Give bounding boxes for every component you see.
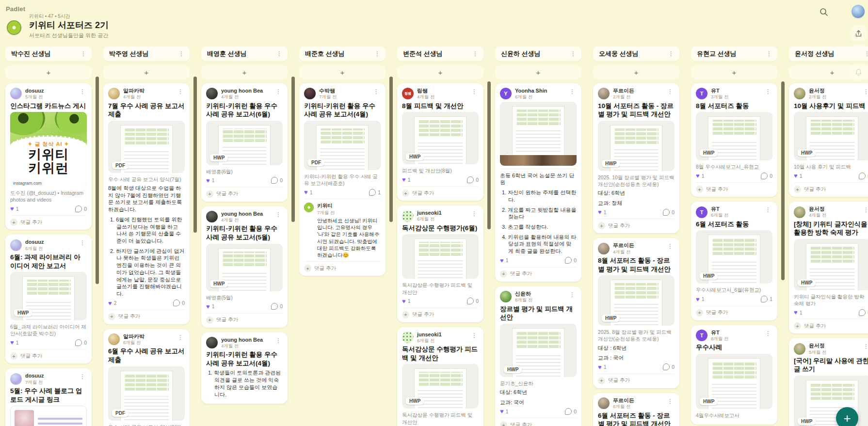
share-icon[interactable]	[850, 25, 867, 42]
post-menu-button[interactable]: ⋮	[176, 333, 185, 341]
add-comment-button[interactable]: +댓글 추가	[500, 267, 577, 278]
post-attachment-document[interactable]: HWP	[696, 230, 772, 284]
post-card[interactable]: 신윤하8개월 전⋮장르별 평가 및 피드백 개선안HWP문기초_신윤하대상: 6…	[495, 286, 581, 426]
heart-icon[interactable]: ♥	[10, 339, 14, 346]
section-scrollbar[interactable]	[389, 77, 393, 222]
add-comment-button[interactable]: +댓글 추가	[10, 349, 87, 360]
post-menu-button[interactable]: ⋮	[862, 88, 868, 95]
comment-count-button[interactable]: 0	[565, 257, 577, 264]
comment-count-button[interactable]: 1	[369, 189, 381, 196]
heart-icon[interactable]: ♥	[206, 177, 210, 184]
heart-icon[interactable]: ♥	[794, 309, 798, 316]
add-comment-button[interactable]: +댓글 추가	[696, 182, 772, 193]
section-menu-button[interactable]: ⋮	[471, 50, 480, 58]
post-menu-button[interactable]: ⋮	[568, 88, 577, 95]
add-comment-button[interactable]: +댓글 추가	[794, 182, 868, 193]
add-comment-button[interactable]: +댓글 추가	[206, 187, 283, 198]
post-menu-button[interactable]: ⋮	[470, 210, 479, 218]
post-card[interactable]: young hoon Bea4개월 전⋮키위티-키위런 활용 우수 사례 공유 …	[201, 83, 288, 202]
comment-count-button[interactable]: 0	[565, 408, 577, 415]
post-attachment-document[interactable]: HWP	[696, 112, 772, 160]
post-attachment-document[interactable]: HWP	[500, 102, 577, 166]
post-menu-button[interactable]: ⋮	[666, 397, 675, 405]
post-menu-button[interactable]: ⋮	[372, 88, 381, 95]
section-add-post-button[interactable]: +	[495, 65, 581, 79]
heart-icon[interactable]: ♥	[10, 205, 14, 212]
section-scrollbar[interactable]	[781, 81, 785, 280]
comment-count-button[interactable]: 0	[271, 177, 283, 184]
post-attachment-document[interactable]: HWP	[794, 112, 868, 160]
add-comment-button[interactable]: +댓글 추가	[598, 374, 675, 384]
heart-icon[interactable]: ♥	[696, 296, 700, 303]
post-card[interactable]: young hoon Bea4개월 전⋮키위티-키위런 활용 우수 사례 공유 …	[201, 332, 288, 404]
post-menu-button[interactable]: ⋮	[78, 88, 87, 95]
add-comment-button[interactable]: +댓글 추가	[794, 319, 868, 330]
add-comment-button[interactable]: +댓글 추가	[696, 306, 772, 316]
post-card[interactable]: 알파카박6개월 전⋮6월 우수 사례 공유 보고서 제출PDF우수 사례 공유 …	[103, 329, 190, 426]
comment-count-button[interactable]: 1	[761, 296, 772, 302]
section-scrollbar[interactable]	[487, 81, 491, 229]
heart-icon[interactable]: ♥	[696, 172, 700, 179]
comment-count-button[interactable]: 0	[75, 339, 87, 346]
section-menu-button[interactable]: ⋮	[79, 50, 88, 58]
section-add-post-button[interactable]: +	[299, 65, 386, 79]
heart-icon[interactable]: ♥	[304, 189, 308, 196]
comment-count-button[interactable]: 0	[75, 205, 87, 212]
post-card[interactable]: T유T8개월 전⋮우수사례HWP4월우수사례보고서	[691, 325, 777, 425]
comment-count-button[interactable]: 0	[467, 298, 479, 304]
post-attachment-document[interactable]: HWP	[696, 354, 772, 409]
comment-count-button[interactable]: 0	[467, 176, 479, 183]
heart-icon[interactable]: ♥	[108, 300, 112, 307]
section-scrollbar[interactable]	[291, 77, 295, 222]
add-post-fab[interactable]: +	[836, 407, 858, 426]
post-card[interactable]: T유T3개월 전⋮8월 서포터즈 활동HWP8월 우수사례보고서_유현교♥10+…	[691, 83, 777, 197]
comment-count-button[interactable]: 0	[859, 309, 868, 316]
post-attachment-document[interactable]: HWP	[206, 121, 283, 165]
post-menu-button[interactable]: ⋮	[274, 211, 283, 219]
add-comment-button[interactable]: +댓글 추가	[304, 261, 381, 272]
post-menu-button[interactable]: ⋮	[666, 242, 675, 250]
post-card[interactable]: 푸르이든6개월 전⋮6월 서포터즈 활동 - 장르별 평가 및 피드백 개선안	[593, 393, 679, 426]
heart-icon[interactable]: ♥	[402, 176, 406, 183]
search-icon[interactable]	[819, 7, 829, 17]
post-attachment-document[interactable]: PDF	[304, 121, 381, 170]
heart-icon[interactable]: ♥	[500, 408, 504, 415]
section-add-post-button[interactable]: +	[397, 65, 483, 79]
section-add-post-button[interactable]: +	[103, 65, 190, 79]
section-menu-button[interactable]: ⋮	[275, 50, 284, 58]
comment-count-button[interactable]: 0	[663, 363, 675, 370]
section-menu-button[interactable]: ⋮	[765, 50, 773, 58]
comment-count-button[interactable]: 0	[859, 173, 868, 179]
post-menu-button[interactable]: ⋮	[274, 88, 283, 95]
post-card[interactable]: dosuuz7개월 전⋮5월: 우수 사례 블로그 업로드 게시글 링크	[5, 368, 92, 426]
comment-count-button[interactable]: 0	[271, 303, 283, 310]
section-menu-button[interactable]: ⋮	[569, 50, 578, 58]
section-menu-button[interactable]: ⋮	[667, 50, 675, 58]
section-add-post-button[interactable]: +	[691, 65, 777, 79]
post-card[interactable]: T유T6개월 전⋮6월 서포터즈 활동HWP우수사례보고서_6월(유현교)♥11…	[691, 202, 777, 320]
section-add-post-button[interactable]: +	[201, 65, 288, 79]
post-card[interactable]: 푸르이든4개월 전⋮8월 서포터즈 활동 - 장르별 평가 및 피드백 개선안H…	[593, 238, 679, 388]
post-menu-button[interactable]: ⋮	[764, 206, 772, 214]
section-add-post-button[interactable]: +	[789, 65, 868, 79]
comment-count-button[interactable]: 0	[761, 173, 772, 179]
section-add-post-button[interactable]: +	[593, 65, 679, 79]
post-menu-button[interactable]: ⋮	[862, 206, 868, 214]
post-menu-button[interactable]: ⋮	[764, 330, 772, 337]
add-comment-button[interactable]: +댓글 추가	[402, 308, 479, 318]
post-menu-button[interactable]: ⋮	[78, 373, 87, 380]
post-attachment-document[interactable]: HWP	[206, 244, 283, 291]
post-attachment-document[interactable]: HWP	[598, 275, 675, 326]
heart-icon[interactable]: ♥	[598, 208, 602, 216]
post-menu-button[interactable]: ⋮	[764, 88, 772, 95]
post-menu-button[interactable]: ⋮	[568, 291, 577, 299]
post-card[interactable]: junseoki16개월 전⋮독서감상문 수행평가 피드백 및 개선안HWP독서…	[397, 327, 483, 426]
heart-icon[interactable]: ♥	[402, 298, 406, 305]
post-card[interactable]: 윤서정4개월 전⋮[창체] 키위티 글자인식을 활용한 방학 숙제 평가HWP키…	[789, 202, 868, 333]
heart-icon[interactable]: ♥	[206, 303, 210, 310]
add-comment-button[interactable]: +댓글 추가	[598, 219, 675, 229]
post-attachment-link[interactable]	[10, 406, 87, 426]
post-card[interactable]: 알파카박4개월 전⋮7월 우수 사례 공유 보고서 제출PDF우수 사례 공유 …	[103, 83, 190, 324]
padlet-logo[interactable]: Padlet	[6, 5, 25, 13]
section-add-post-button[interactable]: +	[5, 65, 92, 79]
